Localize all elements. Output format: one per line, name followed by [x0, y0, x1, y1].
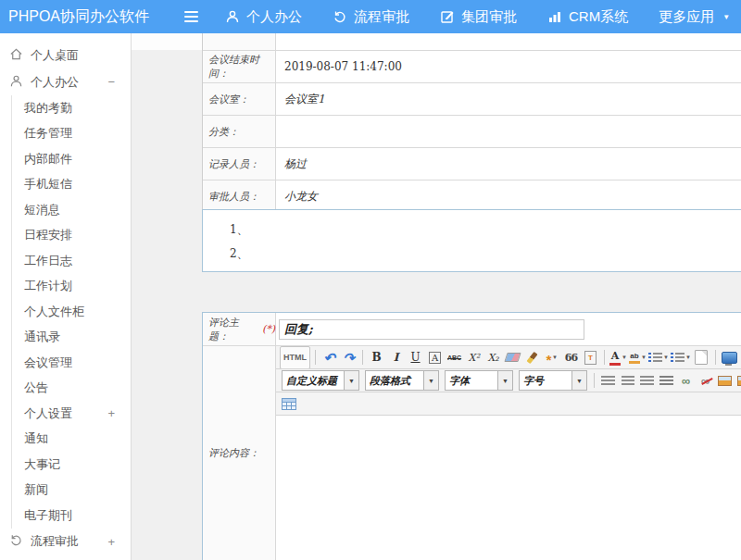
sidebar-item-mobile-sms[interactable]: 手机短信 — [12, 172, 131, 198]
nav-label: 集团审批 — [461, 8, 517, 26]
sidebar-item-personal-office[interactable]: 个人办公 − — [0, 68, 131, 95]
content-line: 2、 — [230, 246, 741, 262]
sidebar-item-personal-desktop[interactable]: 个人桌面 — [0, 42, 131, 68]
wand-icon[interactable]: *▼ — [543, 349, 560, 367]
redo-icon[interactable] — [340, 349, 358, 367]
expand-toggle[interactable]: + — [107, 406, 131, 420]
expand-toggle[interactable]: + — [107, 535, 131, 549]
sidebar-item-internal-mail[interactable]: 内部邮件 — [12, 146, 131, 172]
sidebar-item-workflow-approval[interactable]: 流程审批 + — [0, 529, 131, 555]
nav-crm-system[interactable]: CRM系统 — [547, 8, 628, 26]
sidebar-item-label: 短消息 — [24, 202, 60, 218]
editor-toolbar-row1: HTML B I U A ABC X² X₂ *▼ 66 T — [276, 346, 741, 369]
blockquote-button[interactable]: 66 — [562, 349, 580, 367]
sidebar-item-meeting-management[interactable]: 会议管理 — [12, 350, 131, 376]
top-navigation: 个人办公 流程审批 集团审批 — [225, 0, 730, 33]
sidebar-subitems: 我的考勤 任务管理 内部邮件 手机短信 短消息 日程安排 工作日志 工作计划 个… — [11, 95, 131, 529]
paste-as-text-icon[interactable]: T — [582, 349, 599, 367]
paragraph-format-select[interactable]: 段落格式▼ — [365, 370, 439, 391]
sidebar-item-short-message[interactable]: 短消息 — [12, 197, 131, 223]
align-right-icon[interactable] — [638, 372, 656, 390]
user-icon — [9, 74, 23, 91]
chevron-down-icon: ▼ — [344, 371, 358, 390]
sidebar-item-contacts[interactable]: 通讯录 — [12, 325, 131, 351]
sidebar-item-label: 公告 — [24, 380, 48, 396]
sidebar-item-work-log[interactable]: 工作日志 — [12, 248, 131, 274]
bold-button[interactable]: B — [368, 349, 385, 367]
nav-label: 流程审批 — [354, 8, 409, 26]
undo-icon[interactable] — [320, 349, 338, 367]
brush-icon[interactable] — [523, 349, 541, 367]
sidebar-item-news[interactable]: 新闻 — [12, 478, 131, 504]
underline-button[interactable]: U — [407, 349, 424, 367]
align-left-icon[interactable] — [599, 372, 617, 390]
unlink-icon[interactable]: ∞ — [697, 372, 714, 390]
sidebar-item-label: 工作日志 — [24, 253, 72, 269]
edit-icon — [440, 9, 455, 24]
picture-add-icon[interactable] — [735, 372, 741, 390]
align-center-icon[interactable] — [619, 372, 636, 390]
new-page-icon[interactable] — [693, 349, 710, 367]
sidebar-item-memorabilia[interactable]: 大事记 — [12, 452, 131, 478]
hamburger-menu-icon[interactable] — [184, 11, 198, 22]
fullscreen-icon[interactable] — [721, 349, 738, 367]
app-window: PHPOA协同办公软件 个人办公 流程审批 — [0, 0, 741, 560]
ordered-list-icon[interactable]: ▼ — [648, 349, 669, 367]
sidebar-item-personal-files[interactable]: 个人文件柜 — [12, 299, 131, 325]
sidebar-item-label: 个人文件柜 — [24, 304, 84, 320]
rich-text-editor: HTML B I U A ABC X² X₂ *▼ 66 T — [276, 346, 741, 560]
field-value — [276, 116, 741, 147]
font-family-select[interactable]: 字体▼ — [445, 370, 513, 391]
field-label: 会议室： — [203, 83, 276, 115]
sidebar-item-task-management[interactable]: 任务管理 — [12, 121, 131, 147]
table-row-end-time: 会议结束时间： 2019-08-07 11:47:00 — [203, 51, 741, 83]
comment-subject-row: 评论主题： (*) — [203, 313, 741, 346]
sidebar-item-work-plan[interactable]: 工作计划 — [12, 274, 131, 300]
link-icon[interactable]: ∞ — [677, 372, 695, 390]
image-icon[interactable] — [716, 372, 734, 390]
editor-content-area[interactable] — [276, 416, 741, 560]
sidebar-item-label: 个人设置 — [24, 405, 72, 422]
sidebar-item-announcement[interactable]: 公告 — [12, 376, 131, 402]
nav-workflow-approval[interactable]: 流程审批 — [333, 8, 409, 26]
eraser-icon[interactable] — [504, 349, 521, 367]
table-row-meeting-room: 会议室： 会议室1 — [203, 83, 741, 116]
justify-icon[interactable] — [658, 372, 675, 390]
sidebar-item-label: 流程审批 — [31, 533, 79, 550]
sidebar-item-schedule[interactable]: 日程安排 — [12, 223, 131, 249]
table-icon[interactable] — [280, 395, 297, 413]
nav-more-apps[interactable]: 更多应用 ▼ — [659, 8, 730, 26]
sidebar-item-personal-settings[interactable]: 个人设置 + — [12, 401, 131, 427]
sidebar-item-label: 电子期刊 — [24, 507, 72, 524]
table-row-recorder: 记录人员： 杨过 — [203, 148, 741, 180]
sidebar-item-label: 个人办公 — [31, 74, 79, 91]
nav-group-approval[interactable]: 集团审批 — [440, 8, 517, 26]
comment-content-label: 评论内容： — [203, 346, 276, 560]
font-box-button[interactable]: A — [426, 349, 444, 367]
sidebar-item-my-attendance[interactable]: 我的考勤 — [12, 95, 131, 121]
sidebar-item-label: 内部邮件 — [24, 151, 72, 168]
html-source-button[interactable]: HTML — [280, 346, 310, 369]
field-label: 审批人员： — [203, 180, 276, 212]
highlight-color-button[interactable]: ab▼ — [629, 349, 647, 367]
font-size-select[interactable]: 字号▼ — [519, 370, 587, 391]
sidebar: 个人桌面 个人办公 − 我的考勤 任务管理 内部邮件 手机短信 短消息 日程安排… — [0, 33, 132, 560]
sidebar-item-label: 会议管理 — [24, 355, 72, 371]
chevron-down-icon: ▼ — [571, 371, 586, 390]
subscript-button[interactable]: X₂ — [484, 349, 502, 367]
superscript-button[interactable]: X² — [465, 349, 483, 367]
editor-toolbar-row3 — [276, 392, 741, 416]
unordered-list-icon[interactable]: ▼ — [671, 349, 691, 367]
heading-select[interactable]: 自定义标题▼ — [282, 370, 359, 391]
table-row-approver: 审批人员： 小龙女 — [203, 180, 741, 213]
sidebar-item-e-journal[interactable]: 电子期刊 — [12, 503, 131, 529]
comment-subject-input[interactable] — [279, 319, 584, 340]
sidebar-item-notice[interactable]: 通知 — [12, 427, 131, 453]
italic-button[interactable]: I — [387, 349, 405, 367]
collapse-toggle[interactable]: − — [107, 75, 131, 89]
table-row-partial — [203, 33, 741, 51]
nav-personal-office[interactable]: 个人办公 — [225, 8, 302, 26]
strikethrough-button[interactable]: ABC — [446, 349, 463, 367]
font-color-button[interactable]: A▼ — [609, 349, 627, 367]
comment-content-row: 评论内容： HTML B I U A ABC X² X₂ — [203, 346, 741, 560]
